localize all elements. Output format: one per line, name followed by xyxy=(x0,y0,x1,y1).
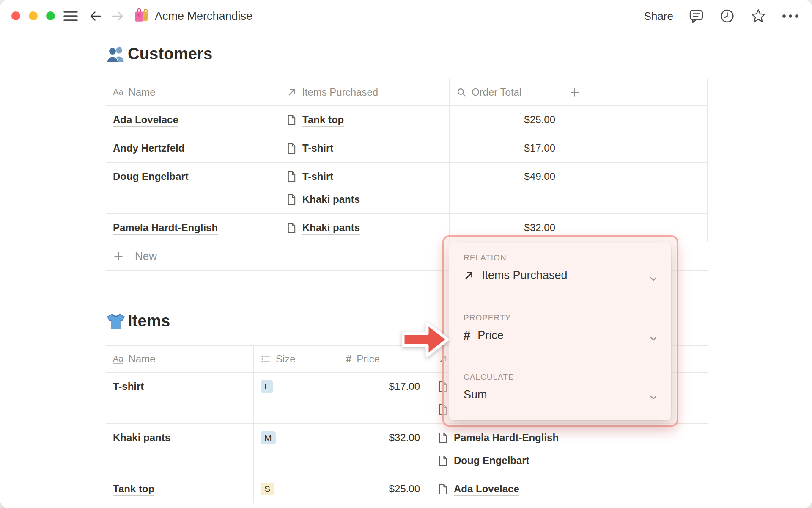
plus-icon xyxy=(113,251,124,262)
linked-record-line: T-shirt xyxy=(287,137,449,160)
items-purchased-cell[interactable]: Khaki pants xyxy=(280,214,450,242)
column-header-label: Items Purchased xyxy=(302,86,378,98)
number-icon: # xyxy=(464,329,470,342)
linked-record-line: Andy Hertzfeld xyxy=(113,137,280,160)
calculate-select[interactable]: Sum xyxy=(464,388,671,401)
chevron-down-icon[interactable] xyxy=(648,334,658,344)
column-header-items-purchased[interactable]: Items Purchased xyxy=(280,79,450,105)
name-cell[interactable]: Pamela Hardt-English xyxy=(106,214,280,242)
column-header-plus-icon[interactable] xyxy=(562,79,708,105)
relation-select-value: Items Purchased xyxy=(482,269,568,282)
customers-section-heading[interactable]: Customers xyxy=(106,45,212,63)
relation-select[interactable]: Items Purchased xyxy=(464,269,671,282)
forward-arrow-icon[interactable] xyxy=(111,9,124,23)
name-cell[interactable]: Doug Engelbart xyxy=(106,163,280,213)
column-header-size[interactable]: Size xyxy=(254,346,339,372)
page-link[interactable]: T-shirt xyxy=(302,170,333,183)
page-link[interactable]: T-shirt xyxy=(302,142,333,155)
tshirt-icon xyxy=(106,312,126,330)
page-link[interactable]: Ada Lovelace xyxy=(113,113,178,127)
page-link[interactable]: Pamela Hardt-English xyxy=(454,431,559,444)
price-value: $32.00 xyxy=(339,426,420,449)
property-select[interactable]: # Price xyxy=(464,329,671,342)
items-heading-text: Items xyxy=(128,312,170,330)
comments-icon[interactable] xyxy=(689,8,704,24)
page-link[interactable]: Tank top xyxy=(302,113,344,127)
name-cell[interactable]: Ada Lovelace xyxy=(106,106,280,134)
name-cell[interactable]: T-shirt xyxy=(106,373,254,423)
linked-record-line: Pamela Hardt-English xyxy=(113,216,280,239)
page-link[interactable]: Khaki pants xyxy=(302,193,360,206)
order-total-cell[interactable]: $25.00 xyxy=(450,106,562,134)
app-window: Acme Merchandise Share xyxy=(0,0,812,508)
name-cell[interactable]: Tank top xyxy=(106,475,254,503)
size-badge[interactable]: L xyxy=(261,380,273,393)
purchased-by-cell[interactable]: Ada Lovelace xyxy=(427,475,708,503)
empty-cell[interactable] xyxy=(562,163,708,213)
linked-record-line: Doug Engelbart xyxy=(438,449,708,472)
zoom-window-button[interactable] xyxy=(46,11,55,20)
order-total-cell[interactable]: $17.00 xyxy=(450,134,562,162)
size-badge[interactable]: S xyxy=(261,483,274,495)
items-purchased-cell[interactable]: T-shirt xyxy=(280,134,450,162)
page-link[interactable]: T-shirt xyxy=(113,380,144,393)
relation-icon xyxy=(287,87,297,97)
size-cell[interactable]: S xyxy=(254,475,339,503)
table-row: Andy HertzfeldT-shirt$17.00 xyxy=(106,134,708,163)
page-icon xyxy=(287,143,296,154)
price-cell[interactable]: $32.00 xyxy=(339,424,427,475)
calculate-section-label: CALCULATE xyxy=(464,373,671,382)
page-link[interactable]: Doug Engelbart xyxy=(113,170,189,183)
linked-record-line: T-shirt xyxy=(287,165,449,188)
items-purchased-cell[interactable]: Tank top xyxy=(280,106,450,134)
chevron-down-icon[interactable] xyxy=(648,274,658,284)
close-window-button[interactable] xyxy=(11,11,20,20)
name-cell[interactable]: Andy Hertzfeld xyxy=(106,134,280,162)
more-options-icon[interactable] xyxy=(782,14,799,19)
linked-record-line: Ada Lovelace xyxy=(438,478,708,500)
history-clock-icon[interactable] xyxy=(719,8,735,24)
page-link[interactable]: Andy Hertzfeld xyxy=(113,142,184,155)
page-link[interactable]: Tank top xyxy=(113,483,154,496)
table-row: Khaki pantsM$32.00Pamela Hardt-EnglishDo… xyxy=(106,424,708,475)
empty-cell[interactable] xyxy=(562,134,708,162)
page-icon xyxy=(287,171,296,182)
size-badge[interactable]: M xyxy=(261,431,276,444)
shopping-bags-icon xyxy=(134,6,150,26)
order-total-value: $25.00 xyxy=(450,108,555,131)
calculate-select-value: Sum xyxy=(464,388,487,401)
size-cell[interactable]: M xyxy=(254,424,339,475)
page-link[interactable]: Doug Engelbart xyxy=(454,454,529,467)
relation-section-label: RELATION xyxy=(464,253,671,262)
page-link[interactable]: Khaki pants xyxy=(113,431,170,444)
price-cell[interactable]: $25.00 xyxy=(339,475,427,503)
page-link[interactable]: Khaki pants xyxy=(302,221,360,235)
popup-property-section: PROPERTY # Price xyxy=(449,303,671,362)
chevron-down-icon[interactable] xyxy=(648,392,658,403)
linked-record-line: T-shirt xyxy=(113,375,253,398)
size-line: M xyxy=(261,426,339,449)
column-header-name[interactable]: AaName xyxy=(106,346,254,372)
empty-cell[interactable] xyxy=(562,106,708,134)
back-arrow-icon[interactable] xyxy=(89,9,102,23)
size-cell[interactable]: L xyxy=(254,373,339,423)
column-header-label: Order Total xyxy=(472,86,521,98)
rollup-config-highlight-ring: RELATION Items Purchased PROPERTY # Pric… xyxy=(442,235,678,427)
page-link[interactable]: Pamela Hardt-English xyxy=(113,221,218,235)
column-header-name[interactable]: AaName xyxy=(106,79,280,105)
price-cell[interactable]: $17.00 xyxy=(339,373,427,423)
favorite-star-icon[interactable] xyxy=(750,8,766,24)
share-button[interactable]: Share xyxy=(644,10,673,23)
order-total-cell[interactable]: $49.00 xyxy=(450,163,562,213)
minimize-window-button[interactable] xyxy=(29,11,38,20)
page-title[interactable]: Acme Merchandise xyxy=(134,0,252,32)
hamburger-menu-icon[interactable] xyxy=(63,11,78,22)
items-purchased-cell[interactable]: T-shirtKhaki pants xyxy=(280,163,450,213)
column-header-label: Price xyxy=(357,353,380,365)
purchased-by-cell[interactable]: Pamela Hardt-EnglishDoug Engelbart xyxy=(427,424,708,475)
name-cell[interactable]: Khaki pants xyxy=(106,424,254,475)
size-line: S xyxy=(261,478,339,500)
items-section-heading[interactable]: Items xyxy=(106,312,170,330)
column-header-order-total[interactable]: Order Total xyxy=(450,79,562,105)
page-link[interactable]: Ada Lovelace xyxy=(454,483,519,496)
